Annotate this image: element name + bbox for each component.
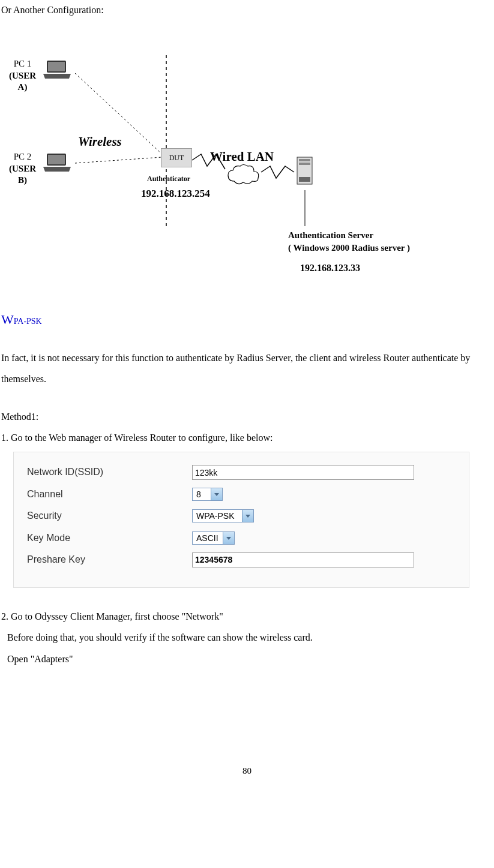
config-row-security: Security WPA-PSK (27, 507, 456, 525)
auth-server-ip: 192.168.123.33 (300, 259, 360, 277)
method1-label: Method1: (1, 408, 493, 426)
cloud-icon (225, 163, 261, 187)
pc2-label: PC 2 (USER B) (9, 151, 36, 187)
dut-box: DUT (161, 148, 192, 167)
svg-rect-7 (48, 155, 65, 164)
chevron-down-icon (211, 488, 223, 501)
svg-rect-9 (299, 159, 310, 161)
auth-server-title: Authentication Server (288, 229, 410, 242)
intro-text: Or Another Configuration: (1, 1, 494, 19)
config-row-preshare: Preshare Key (27, 551, 456, 569)
pc1-label: PC 1 (USER A) (9, 58, 36, 94)
laptop-icon (42, 59, 72, 80)
keymode-value: ASCII (192, 531, 223, 545)
step2-block: 2. Go to Odyssey Client Manager, first c… (1, 606, 493, 669)
security-label: Security (27, 507, 192, 525)
keymode-select[interactable]: ASCII (192, 531, 235, 545)
pc2-user: (USER B) (9, 163, 36, 187)
chevron-down-icon (242, 509, 254, 522)
wpa-description: In fact, it is not necessary for this fu… (1, 347, 493, 389)
ssid-label: Network ID(SSID) (27, 463, 192, 481)
pc2-title: PC 2 (9, 151, 36, 163)
config-row-channel: Channel 8 (27, 485, 456, 503)
pc1-title: PC 1 (9, 58, 36, 70)
step1-text: 1. Go to the Web manager of Wireless Rou… (1, 429, 493, 447)
channel-select[interactable]: 8 (192, 488, 223, 501)
step2-line1: 2. Go to Odyssey Client Manager, first c… (1, 606, 493, 627)
channel-value: 8 (192, 488, 211, 501)
auth-server-label: Authentication Server ( Windows 2000 Rad… (288, 229, 410, 254)
svg-rect-10 (299, 163, 310, 165)
security-value: WPA-PSK (192, 509, 242, 522)
router-config-form: Network ID(SSID) Channel 8 Security WPA-… (13, 452, 469, 588)
network-diagram: PC 1 (USER A) PC 2 (USER B) Wireless DUT… (12, 37, 468, 289)
chevron-down-icon (223, 531, 235, 545)
config-row-ssid: Network ID(SSID) (27, 463, 456, 481)
preshare-input[interactable] (192, 552, 414, 567)
svg-rect-11 (299, 177, 310, 182)
wpa-psk-heading: WPA-PSK (1, 307, 494, 332)
server-icon (294, 154, 315, 187)
ssid-input[interactable] (192, 465, 414, 480)
step2-line2: Before doing that, you should verify if … (7, 627, 493, 648)
auth-server-subtitle: ( Windows 2000 Radius server ) (288, 242, 410, 254)
step2-line3: Open "Adapters" (7, 648, 493, 669)
keymode-label: Key Mode (27, 529, 192, 547)
svg-rect-5 (48, 62, 65, 71)
laptop-icon (42, 152, 72, 173)
svg-line-2 (75, 157, 162, 163)
channel-label: Channel (27, 485, 192, 503)
security-select[interactable]: WPA-PSK (192, 509, 254, 522)
config-row-keymode: Key Mode ASCII (27, 529, 456, 547)
page-number: 80 (0, 762, 494, 780)
pc1-user: (USER A) (9, 70, 36, 94)
wireless-label: Wireless (78, 130, 122, 154)
preshare-label: Preshare Key (27, 551, 192, 569)
authenticator-ip: 192.168.123.254 (141, 184, 210, 203)
